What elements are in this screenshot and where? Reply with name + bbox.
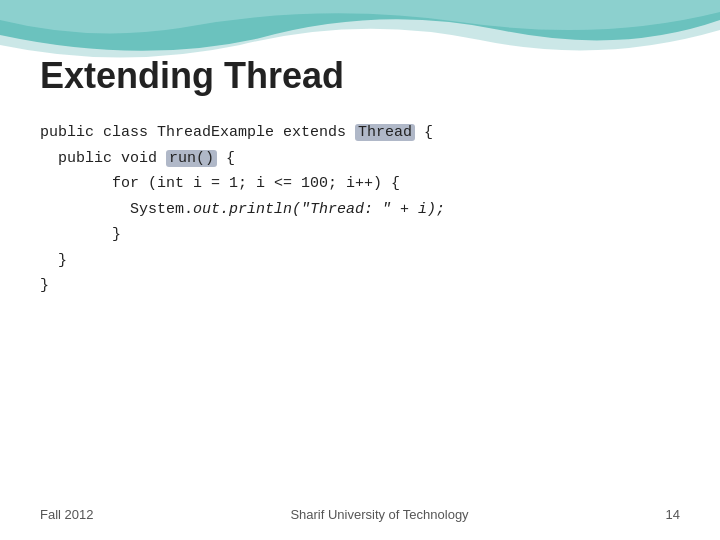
code-line-2: public void run() { <box>40 146 445 172</box>
code-block: public class ThreadExample extends Threa… <box>40 120 445 299</box>
slide-title: Extending Thread <box>40 55 344 97</box>
code-line-1: public class ThreadExample extends Threa… <box>40 120 445 146</box>
code-text: public void <box>40 150 166 167</box>
code-line-7: } <box>40 273 445 299</box>
code-suffix: { <box>217 150 235 167</box>
highlight-thread: Thread <box>355 124 415 141</box>
slide: Extending Thread public class ThreadExam… <box>0 0 720 540</box>
code-line-5: } <box>40 222 445 248</box>
footer-center: Sharif University of Technology <box>290 507 468 522</box>
code-suffix: { <box>415 124 433 141</box>
code-line-4: System.out.println("Thread: " + i); <box>40 197 445 223</box>
code-text: public class ThreadExample extends <box>40 124 355 141</box>
code-line-6: } <box>40 248 445 274</box>
footer: Fall 2012 Sharif University of Technolog… <box>0 507 720 522</box>
code-line-3: for (int i = 1; i <= 100; i++) { <box>40 171 445 197</box>
italic-println: out.println("Thread: " + i); <box>193 201 445 218</box>
highlight-run: run() <box>166 150 217 167</box>
footer-right: 14 <box>666 507 680 522</box>
footer-left: Fall 2012 <box>40 507 93 522</box>
